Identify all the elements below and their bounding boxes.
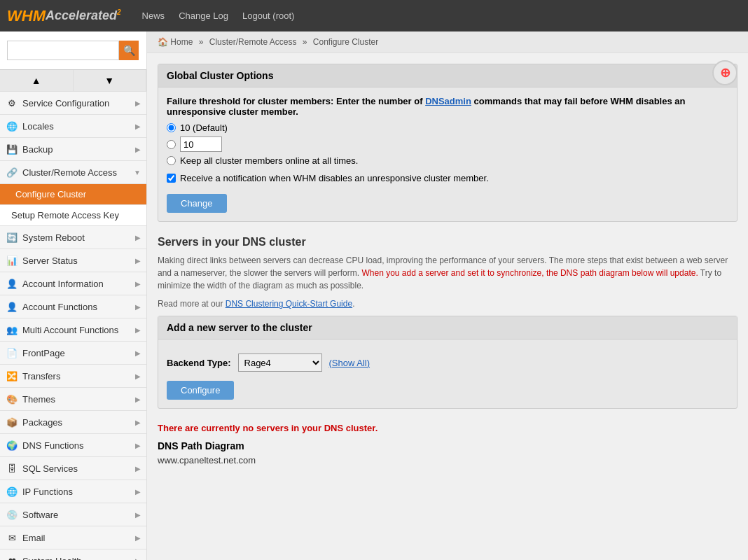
servers-desc-highlight: When you add a server and set it to sync… bbox=[361, 268, 698, 278]
search-bar: 🔍 bbox=[0, 31, 146, 70]
sidebar-item-software[interactable]: 💿 Software ▶ bbox=[0, 503, 146, 526]
servers-section: Servers in your DNS cluster Making direc… bbox=[158, 236, 737, 310]
logo: WHM Accelerated2 bbox=[7, 7, 121, 25]
servers-section-title: Servers in your DNS cluster bbox=[158, 236, 737, 248]
dns-guide-link[interactable]: DNS Clustering Quick-Start Guide bbox=[226, 299, 352, 309]
sidebar-item-cluster-remote-access[interactable]: 🔗 Cluster/Remote Access ▼ bbox=[0, 161, 146, 184]
dns-icon: 🌍 bbox=[6, 439, 18, 451]
locales-icon: 🌐 bbox=[6, 120, 18, 132]
add-server-panel: Add a new server to the cluster Backend … bbox=[158, 316, 737, 409]
add-server-panel-header: Add a new server to the cluster bbox=[158, 316, 737, 340]
backend-type-select[interactable]: Rage4 BIND PowerDNS bbox=[238, 354, 322, 372]
help-icon[interactable]: ⊕ bbox=[712, 60, 737, 85]
sidebar-nav-arrows: ▲ ▼ bbox=[0, 70, 146, 92]
sidebar-item-multi-account-functions[interactable]: 👥 Multi Account Functions ▶ bbox=[0, 318, 146, 342]
sidebar-item-sql-services[interactable]: 🗄 SQL Services ▶ bbox=[0, 457, 146, 480]
account-info-icon: 👤 bbox=[6, 277, 18, 290]
breadcrumb: 🏠 Home » Cluster/Remote Access » Configu… bbox=[147, 31, 748, 53]
notification-label: Receive a notification when WHM disables… bbox=[180, 173, 489, 183]
radio-keeponline-row: Keep all cluster members online at all t… bbox=[167, 155, 728, 166]
sidebar-item-themes[interactable]: 🎨 Themes ▶ bbox=[0, 388, 146, 411]
sidebar-item-packages[interactable]: 📦 Packages ▶ bbox=[0, 411, 146, 434]
sidebar-item-configure-cluster[interactable]: Configure Cluster bbox=[0, 184, 146, 205]
sidebar-item-backup[interactable]: 💾 Backup ▶ bbox=[0, 138, 146, 161]
server-status-icon: 📊 bbox=[6, 254, 18, 267]
logo-whm: WHM bbox=[7, 7, 46, 25]
sidebar-item-setup-remote-access-key[interactable]: Setup Remote Access Key bbox=[0, 205, 146, 226]
sidebar-nav-up[interactable]: ▲ bbox=[0, 70, 74, 91]
radio-default-label: 10 (Default) bbox=[180, 122, 228, 133]
logo-accelerated: Accelerated2 bbox=[46, 8, 121, 23]
transfers-icon: 🔀 bbox=[6, 370, 18, 382]
no-servers-message: There are currently no servers in your D… bbox=[158, 423, 737, 433]
main-layout: 🔍 ▲ ▼ ⚙ Service Configuration ▶ 🌐 Locale… bbox=[0, 31, 748, 560]
dnsadmin-link[interactable]: DNSadmin bbox=[425, 96, 471, 106]
sidebar-item-service-configuration[interactable]: ⚙ Service Configuration ▶ bbox=[0, 92, 146, 115]
sidebar-item-account-information[interactable]: 👤 Account Information ▶ bbox=[0, 272, 146, 295]
backup-icon: 💾 bbox=[6, 143, 18, 155]
search-icon: 🔍 bbox=[123, 45, 135, 56]
logout-link[interactable]: Logout (root) bbox=[242, 10, 294, 21]
search-button[interactable]: 🔍 bbox=[119, 41, 139, 60]
content-body: Global Cluster Options Failure threshold… bbox=[147, 53, 748, 476]
multi-account-icon: 👥 bbox=[6, 323, 18, 336]
servers-section-desc: Making direct links between servers can … bbox=[158, 254, 737, 292]
health-icon: ❤ bbox=[6, 554, 18, 560]
sidebar-item-dns-functions[interactable]: 🌍 DNS Functions ▶ bbox=[0, 434, 146, 457]
threshold-custom-input[interactable] bbox=[180, 136, 222, 152]
radio-keeponline[interactable] bbox=[167, 156, 176, 165]
radio-default[interactable] bbox=[167, 123, 176, 132]
notification-checkbox[interactable] bbox=[167, 174, 176, 183]
radio-custom-row bbox=[167, 136, 728, 152]
sidebar-nav-down[interactable]: ▼ bbox=[74, 70, 147, 91]
failure-threshold-label: Failure threshold for cluster members: E… bbox=[167, 96, 728, 117]
global-cluster-options-panel: Global Cluster Options Failure threshold… bbox=[158, 64, 737, 222]
sidebar-item-system-reboot[interactable]: 🔄 System Reboot ▶ bbox=[0, 226, 146, 249]
packages-icon: 📦 bbox=[6, 416, 18, 428]
global-cluster-options-body: Failure threshold for cluster members: E… bbox=[158, 88, 737, 221]
themes-icon: 🎨 bbox=[6, 393, 18, 405]
sidebar: 🔍 ▲ ▼ ⚙ Service Configuration ▶ 🌐 Locale… bbox=[0, 31, 147, 560]
content-area: 🏠 Home » Cluster/Remote Access » Configu… bbox=[147, 31, 748, 560]
changelog-link[interactable]: Change Log bbox=[179, 10, 228, 21]
news-link[interactable]: News bbox=[142, 10, 165, 21]
sidebar-item-locales[interactable]: 🌐 Locales ▶ bbox=[0, 115, 146, 138]
sidebar-item-ip-functions[interactable]: 🌐 IP Functions ▶ bbox=[0, 480, 146, 503]
cluster-icon: 🔗 bbox=[6, 166, 18, 178]
threshold-radio-group: 10 (Default) Keep all cluster members on… bbox=[167, 122, 728, 166]
change-button[interactable]: Change bbox=[167, 194, 227, 213]
account-func-icon: 👤 bbox=[6, 300, 18, 313]
breadcrumb-home-icon: 🏠 bbox=[158, 37, 168, 47]
sidebar-item-transfers[interactable]: 🔀 Transfers ▶ bbox=[0, 365, 146, 388]
dns-path-url: www.cpaneltest.net.com bbox=[158, 455, 737, 465]
global-cluster-options-header: Global Cluster Options bbox=[158, 64, 737, 88]
dns-path-title: DNS Path Diagram bbox=[158, 440, 737, 451]
sidebar-item-server-status[interactable]: 📊 Server Status ▶ bbox=[0, 249, 146, 272]
ip-icon: 🌐 bbox=[6, 485, 18, 498]
sidebar-item-account-functions[interactable]: 👤 Account Functions ▶ bbox=[0, 295, 146, 318]
radio-keeponline-label: Keep all cluster members online at all t… bbox=[180, 155, 358, 166]
topnav-links: News Change Log Logout (root) bbox=[142, 10, 295, 21]
read-more-desc: Read more at our DNS Clustering Quick-St… bbox=[158, 298, 737, 310]
top-navigation: WHM Accelerated2 News Change Log Logout … bbox=[0, 0, 748, 31]
radio-custom[interactable] bbox=[167, 140, 176, 149]
notification-checkbox-row: Receive a notification when WHM disables… bbox=[167, 173, 728, 183]
backend-type-label: Backend Type: bbox=[167, 358, 231, 368]
sidebar-item-email[interactable]: ✉ Email ▶ bbox=[0, 526, 146, 550]
breadcrumb-cluster-link[interactable]: Cluster/Remote Access bbox=[209, 37, 297, 47]
sidebar-item-system-health[interactable]: ❤ System Health ▶ bbox=[0, 550, 146, 560]
breadcrumb-current: Configure Cluster bbox=[313, 37, 378, 47]
add-server-panel-body: Backend Type: Rage4 BIND PowerDNS (Show … bbox=[158, 340, 737, 408]
software-icon: 💿 bbox=[6, 508, 18, 521]
sidebar-item-frontpage[interactable]: 📄 FrontPage ▶ bbox=[0, 342, 146, 365]
breadcrumb-home-link[interactable]: Home bbox=[170, 37, 193, 47]
search-input[interactable] bbox=[7, 41, 119, 60]
email-icon: ✉ bbox=[6, 531, 18, 544]
show-all-link[interactable]: (Show All) bbox=[329, 358, 370, 368]
backend-type-row: Backend Type: Rage4 BIND PowerDNS (Show … bbox=[167, 354, 728, 372]
frontpage-icon: 📄 bbox=[6, 346, 18, 359]
configure-button[interactable]: Configure bbox=[167, 381, 234, 400]
reboot-icon: 🔄 bbox=[6, 231, 18, 244]
sql-icon: 🗄 bbox=[6, 462, 18, 475]
radio-default-row: 10 (Default) bbox=[167, 122, 728, 133]
